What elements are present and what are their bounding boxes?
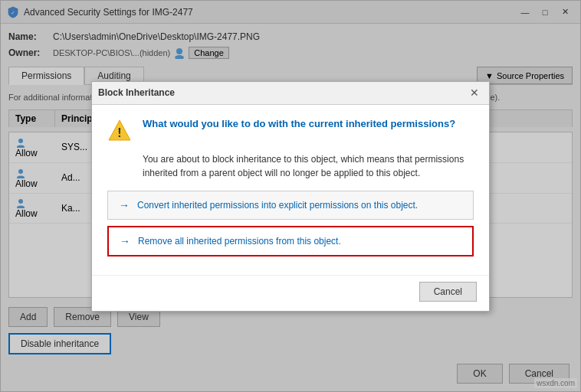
dialog-title-bar: Block Inheritance ✕ xyxy=(92,82,489,105)
dialog-overlay: Block Inheritance ✕ ! What would you lik… xyxy=(1,1,580,391)
dialog-footer: Cancel xyxy=(92,275,489,311)
arrow-icon-1: → xyxy=(119,199,130,211)
dialog-title: Block Inheritance xyxy=(98,87,175,98)
dialog-option-2-text: Remove all inherited permissions from th… xyxy=(138,236,341,247)
dialog-option-convert[interactable]: → Convert inherited permissions into exp… xyxy=(107,191,474,220)
arrow-icon-2: → xyxy=(120,235,130,247)
block-inheritance-dialog: Block Inheritance ✕ ! What would you lik… xyxy=(91,81,490,312)
warning-icon: ! xyxy=(107,119,132,143)
dialog-question: What would you like to do with the curre… xyxy=(143,117,455,131)
dialog-option-1-text: Convert inherited permissions into expli… xyxy=(137,200,418,211)
main-window: ✓ Advanced Security Settings for IMG-247… xyxy=(0,0,581,392)
dialog-header-row: ! What would you like to do with the cur… xyxy=(107,117,474,143)
dialog-description: You are about to block inheritance to th… xyxy=(143,152,474,180)
dialog-body: ! What would you like to do with the cur… xyxy=(92,105,489,275)
dialog-option-remove[interactable]: → Remove all inherited permissions from … xyxy=(107,226,474,256)
svg-text:!: ! xyxy=(117,126,121,139)
dialog-cancel-button[interactable]: Cancel xyxy=(419,282,477,302)
dialog-close-button[interactable]: ✕ xyxy=(466,84,483,101)
